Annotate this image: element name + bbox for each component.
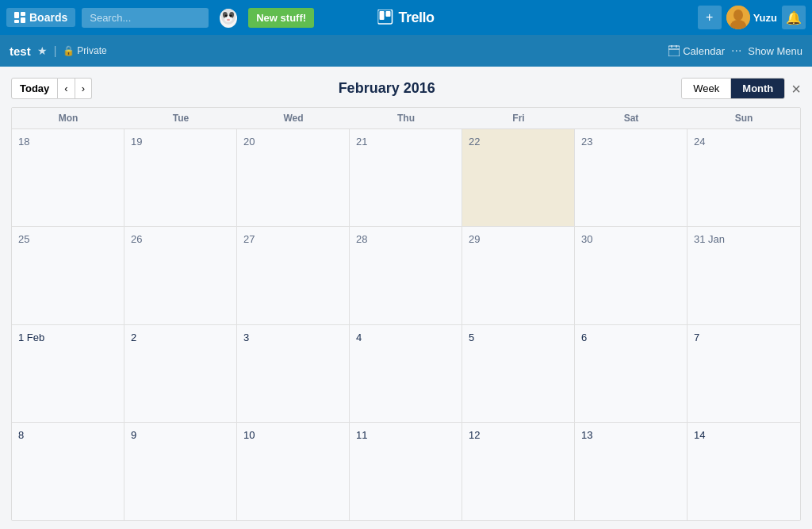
day-number: 14 — [694, 429, 705, 441]
calendar-day[interactable]: 1 Feb — [12, 325, 124, 422]
show-menu-label: Show Menu — [748, 45, 802, 57]
calendar-day[interactable]: 11 — [350, 423, 462, 520]
calendar-day[interactable]: 27 — [237, 227, 350, 324]
calendar-section: Today ‹ › February 2016 Week Month × Mon… — [0, 67, 812, 529]
month-label: Month — [742, 82, 773, 94]
trello-logo-icon — [377, 10, 393, 25]
private-badge[interactable]: 🔒 Private — [63, 45, 106, 56]
day-number: 3 — [243, 332, 249, 343]
svg-point-11 — [227, 19, 230, 21]
lock-icon: 🔒 — [63, 45, 75, 56]
calendar-day[interactable]: 3 — [237, 325, 350, 422]
nav-right-section: + Yuzu 🔔 — [698, 6, 806, 29]
calendar-day[interactable]: 31 Jan — [688, 227, 800, 324]
day-header-mon: Mon — [12, 108, 124, 128]
calendar-icon — [668, 45, 680, 56]
nav-divider: | — [54, 44, 57, 57]
calendar-day[interactable]: 18 — [12, 129, 124, 226]
new-stuff-button[interactable]: New stuff! — [248, 8, 314, 28]
day-number: 27 — [243, 233, 255, 245]
day-number: 24 — [694, 136, 705, 148]
top-navigation: Boards New stuff! Trello + — [0, 0, 812, 35]
day-header-fri: Fri — [462, 108, 575, 128]
calendar-day[interactable]: 7 — [688, 325, 800, 422]
menu-separator: ··· — [731, 44, 741, 58]
svg-rect-18 — [668, 46, 680, 56]
calendar-day[interactable]: 20 — [237, 129, 350, 226]
day-number: 10 — [243, 429, 255, 441]
svg-rect-3 — [21, 17, 25, 23]
avatar-image — [726, 6, 750, 29]
close-button[interactable]: × — [791, 81, 801, 97]
day-number: 8 — [18, 429, 24, 441]
calendar-day[interactable]: 14 — [688, 423, 800, 520]
board-nav-right: Calendar ··· Show Menu — [668, 44, 802, 58]
today-button[interactable]: Today — [11, 78, 58, 99]
week-view-button[interactable]: Week — [682, 79, 731, 98]
calendar-day[interactable]: 4 — [350, 325, 462, 422]
week-label: Week — [693, 82, 719, 94]
day-number: 22 — [469, 136, 480, 148]
calendar-week-3: 891011121314 — [12, 423, 800, 520]
calendar-day[interactable]: 24 — [688, 129, 800, 226]
calendar-controls: Today ‹ › February 2016 Week Month × — [11, 78, 801, 99]
day-header-tue: Tue — [124, 108, 237, 128]
calendar-day[interactable]: 12 — [462, 423, 575, 520]
day-number: 23 — [581, 136, 592, 148]
calendar-day[interactable]: 8 — [12, 423, 124, 520]
search-input[interactable] — [82, 8, 209, 28]
calendar-label: Calendar — [683, 45, 725, 57]
prev-icon: ‹ — [64, 82, 67, 94]
svg-point-10 — [230, 15, 232, 17]
calendar-day[interactable]: 30 — [575, 227, 688, 324]
calendar-day[interactable]: 21 — [350, 129, 462, 226]
day-header-wed: Wed — [237, 108, 350, 128]
today-label: Today — [20, 82, 49, 94]
day-header-sun: Sun — [688, 108, 800, 128]
calendar-day[interactable]: 6 — [575, 325, 688, 422]
calendar-day[interactable]: 26 — [124, 227, 237, 324]
calendar-day[interactable]: 19 — [124, 129, 237, 226]
calendar-day[interactable]: 10 — [237, 423, 350, 520]
next-month-button[interactable]: › — [75, 78, 92, 99]
day-number: 25 — [18, 233, 29, 245]
private-label: Private — [77, 45, 106, 56]
month-view-button[interactable]: Month — [731, 79, 784, 98]
day-number: 20 — [243, 136, 255, 148]
day-header-thu: Thu — [350, 108, 462, 128]
day-number: 4 — [356, 332, 362, 343]
notification-button[interactable]: 🔔 — [782, 6, 806, 29]
calendar-button[interactable]: Calendar — [668, 45, 725, 57]
board-title[interactable]: test — [10, 44, 31, 58]
day-number: 28 — [356, 233, 367, 245]
husky-mascot[interactable] — [215, 4, 242, 31]
calendar-day[interactable]: 13 — [575, 423, 688, 520]
calendar-day[interactable]: 5 — [462, 325, 575, 422]
day-number: 13 — [581, 429, 592, 441]
calendar-week-1: 25262728293031 Jan — [12, 227, 800, 324]
prev-month-button[interactable]: ‹ — [58, 78, 75, 99]
calendar-day[interactable]: 9 — [124, 423, 237, 520]
calendar-day[interactable]: 25 — [12, 227, 124, 324]
board-navigation: test ★ | 🔒 Private Calendar ··· Show Men… — [0, 35, 812, 67]
day-number: 29 — [469, 233, 480, 245]
calendar-day[interactable]: 23 — [575, 129, 688, 226]
day-header-sat: Sat — [575, 108, 688, 128]
calendar-day[interactable]: 2 — [124, 325, 237, 422]
day-number: 30 — [581, 233, 592, 245]
add-button[interactable]: + — [698, 6, 722, 29]
day-number: 26 — [131, 233, 142, 245]
trello-logo: Trello — [377, 10, 434, 26]
user-profile[interactable]: Yuzu — [726, 6, 777, 29]
svg-rect-2 — [14, 20, 19, 23]
star-icon[interactable]: ★ — [37, 44, 48, 57]
calendar-day[interactable]: 28 — [350, 227, 462, 324]
trello-name: Trello — [398, 10, 434, 26]
calendar-day[interactable]: 22 — [462, 129, 575, 226]
day-number: 12 — [469, 429, 480, 441]
show-menu-button[interactable]: Show Menu — [748, 45, 802, 57]
calendar-header-row: MonTueWedThuFriSatSun — [12, 108, 800, 129]
calendar-day[interactable]: 29 — [462, 227, 575, 324]
avatar[interactable] — [726, 6, 750, 29]
boards-button[interactable]: Boards — [6, 8, 75, 27]
